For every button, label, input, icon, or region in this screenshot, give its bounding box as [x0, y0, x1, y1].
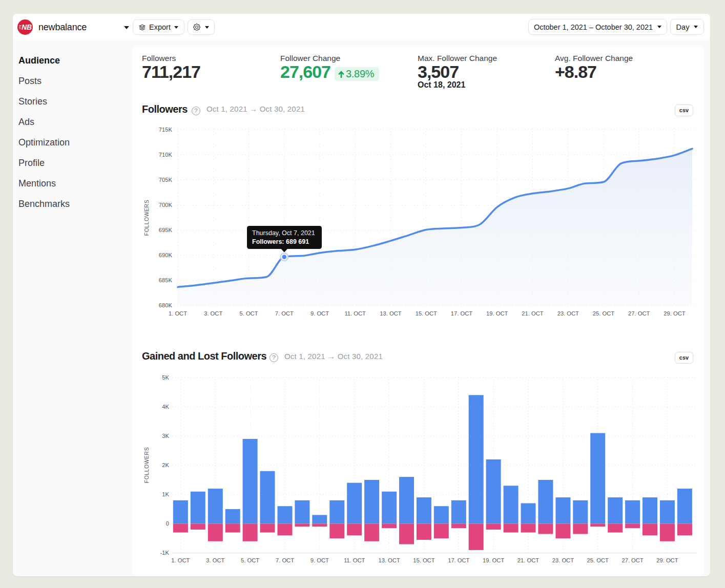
svg-text:4K: 4K [162, 404, 169, 410]
svg-text:9. OCT: 9. OCT [310, 557, 329, 563]
svg-text:FOLLOWERS: FOLLOWERS [143, 447, 150, 483]
svg-text:695K: 695K [159, 227, 173, 233]
svg-text:700K: 700K [159, 202, 173, 208]
svg-text:17. OCT: 17. OCT [448, 557, 469, 563]
svg-text:Followers: 689 691: Followers: 689 691 [252, 238, 309, 245]
svg-text:685K: 685K [159, 277, 173, 283]
svg-text:3. OCT: 3. OCT [204, 310, 222, 317]
svg-text:21. OCT: 21. OCT [517, 557, 539, 563]
svg-text:NB: NB [22, 23, 32, 31]
svg-text:Thursday, Oct 7, 2021: Thursday, Oct 7, 2021 [252, 229, 315, 237]
svg-text:15. OCT: 15. OCT [413, 557, 434, 563]
svg-text:23. OCT: 23. OCT [557, 310, 579, 317]
svg-text:680K: 680K [159, 302, 173, 308]
svg-text:5K: 5K [162, 374, 169, 381]
svg-text:2K: 2K [162, 462, 169, 468]
svg-text:0: 0 [166, 520, 169, 527]
svg-text:13. OCT: 13. OCT [380, 310, 401, 317]
svg-text:25. OCT: 25. OCT [593, 310, 614, 317]
svg-text:5. OCT: 5. OCT [241, 557, 259, 563]
svg-text:1. OCT: 1. OCT [169, 310, 187, 317]
svg-text:19. OCT: 19. OCT [486, 310, 508, 317]
svg-text:15. OCT: 15. OCT [416, 310, 437, 317]
svg-text:1K: 1K [162, 491, 169, 497]
svg-text:705K: 705K [159, 177, 173, 183]
svg-text:9. OCT: 9. OCT [310, 310, 329, 317]
svg-text:11. OCT: 11. OCT [344, 557, 365, 563]
svg-text:3. OCT: 3. OCT [206, 557, 224, 563]
svg-text:715K: 715K [159, 127, 173, 133]
svg-text:21. OCT: 21. OCT [522, 310, 543, 317]
svg-text:5. OCT: 5. OCT [239, 310, 258, 317]
svg-text:1. OCT: 1. OCT [171, 557, 190, 563]
svg-text:29. OCT: 29. OCT [664, 310, 685, 317]
svg-text:3K: 3K [162, 433, 169, 439]
svg-text:7. OCT: 7. OCT [275, 310, 294, 317]
svg-text:13. OCT: 13. OCT [378, 557, 400, 563]
svg-text:19. OCT: 19. OCT [483, 557, 504, 563]
svg-text:FOLLOWERS: FOLLOWERS [143, 200, 150, 236]
svg-text:11. OCT: 11. OCT [344, 310, 366, 317]
svg-text:690K: 690K [159, 252, 173, 258]
svg-text:25. OCT: 25. OCT [587, 557, 609, 563]
svg-text:27. OCT: 27. OCT [628, 310, 650, 317]
svg-text:710K: 710K [159, 152, 173, 158]
svg-text:23. OCT: 23. OCT [552, 557, 574, 563]
svg-text:-1K: -1K [160, 550, 170, 556]
svg-text:29. OCT: 29. OCT [656, 557, 678, 563]
svg-text:17. OCT: 17. OCT [451, 310, 472, 317]
svg-text:7. OCT: 7. OCT [276, 557, 294, 563]
svg-text:27. OCT: 27. OCT [622, 557, 643, 563]
